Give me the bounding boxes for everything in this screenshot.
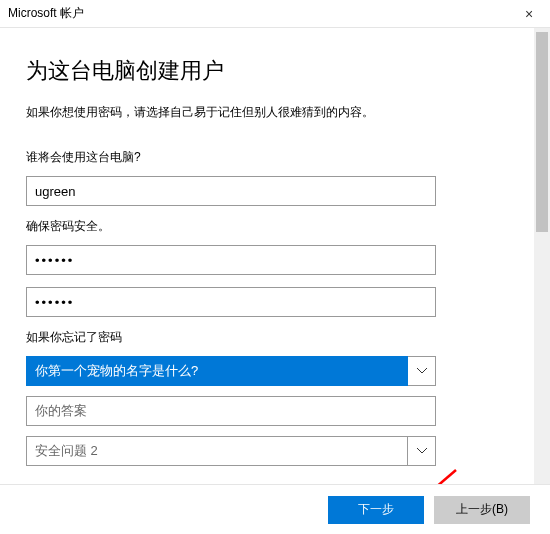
password-section-label: 确保密码安全。	[26, 218, 508, 235]
back-button[interactable]: 上一步(B)	[434, 496, 530, 524]
security-question-1-value: 你第一个宠物的名字是什么?	[26, 356, 408, 386]
next-button[interactable]: 下一步	[328, 496, 424, 524]
close-icon[interactable]: ×	[514, 6, 544, 22]
password-confirm-input[interactable]: ••••••	[26, 287, 436, 317]
window-titlebar: Microsoft 帐户 ×	[0, 0, 550, 28]
password-confirm-value: ••••••	[35, 295, 74, 310]
vertical-scrollbar[interactable]	[534, 28, 550, 534]
security-section-label: 如果你忘记了密码	[26, 329, 508, 346]
security-answer-1-placeholder: 你的答案	[35, 402, 87, 420]
security-answer-1-input[interactable]: 你的答案	[26, 396, 436, 426]
scrollbar-thumb[interactable]	[536, 32, 548, 232]
dialog-footer: 下一步 上一步(B)	[0, 484, 550, 534]
dialog-content: 为这台电脑创建用户 如果你想使用密码，请选择自己易于记住但别人很难猜到的内容。 …	[0, 28, 534, 534]
security-question-1-select[interactable]: 你第一个宠物的名字是什么?	[26, 356, 436, 386]
chevron-down-icon[interactable]	[408, 356, 436, 386]
username-value: ugreen	[35, 184, 75, 199]
scroll-area: 为这台电脑创建用户 如果你想使用密码，请选择自己易于记住但别人很难猜到的内容。 …	[0, 28, 550, 534]
username-input[interactable]: ugreen	[26, 176, 436, 206]
password-value: ••••••	[35, 253, 74, 268]
next-button-label: 下一步	[358, 501, 394, 518]
security-question-2-select[interactable]: 安全问题 2	[26, 436, 436, 466]
page-title: 为这台电脑创建用户	[26, 56, 508, 86]
page-subtitle: 如果你想使用密码，请选择自己易于记住但别人很难猜到的内容。	[26, 104, 508, 121]
chevron-down-icon[interactable]	[408, 436, 436, 466]
password-input[interactable]: ••••••	[26, 245, 436, 275]
back-button-label: 上一步(B)	[456, 501, 508, 518]
username-label: 谁将会使用这台电脑?	[26, 149, 508, 166]
security-question-2-placeholder: 安全问题 2	[26, 436, 408, 466]
window-title: Microsoft 帐户	[8, 5, 514, 22]
